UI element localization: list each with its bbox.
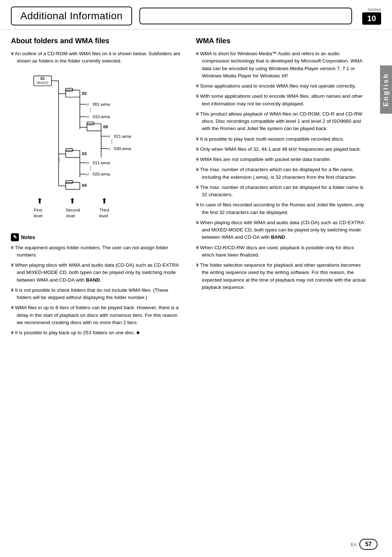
svg-text:04: 04 xyxy=(82,183,87,187)
bullet-4: ¥ This product allows playback of WMA fi… xyxy=(196,110,367,133)
svg-text:Third: Third xyxy=(99,207,109,212)
svg-text:level: level xyxy=(99,213,108,218)
svg-text:⋮: ⋮ xyxy=(88,165,93,171)
svg-text:⬆: ⬆ xyxy=(69,197,75,205)
svg-text:level: level xyxy=(34,213,42,218)
footer-en-label: En xyxy=(351,542,356,547)
svg-text:⬆: ⬆ xyxy=(37,197,43,205)
svg-text:⋮: ⋮ xyxy=(57,157,62,163)
svg-text:021.wma: 021.wma xyxy=(114,133,131,138)
svg-rect-7 xyxy=(66,88,73,91)
right-column: WMA files ¥ WMA is short for Windows Med… xyxy=(196,37,381,339)
svg-rect-44 xyxy=(66,180,73,183)
page-footer: En 57 xyxy=(351,539,377,550)
note-5: ¥ It is possible to play back up to 253 … xyxy=(11,329,181,336)
svg-text:05: 05 xyxy=(103,124,108,129)
section-number: 10 xyxy=(362,12,381,25)
bullet-7: ¥ WMA files are not compatible with pack… xyxy=(196,156,367,163)
bullet-10: ¥ In case of files recorded according to… xyxy=(196,201,367,216)
bullet-2: ¥ Some applications used to encode WMA f… xyxy=(196,82,367,90)
folder-diagram: 01 (ROOT) 02 ♪ 001.wma ⋮ xyxy=(22,72,181,226)
bullet-11: ¥ When playing discs with WMA and audio … xyxy=(196,219,367,241)
section-badge: Section 10 xyxy=(359,7,381,25)
page-title: Additional Information xyxy=(11,7,132,25)
svg-text:Second: Second xyxy=(66,207,80,212)
left-column: About folders and WMA files ¥ An outline… xyxy=(11,37,181,339)
bullet-8: ¥ The max. number of characters which ca… xyxy=(196,166,367,181)
note-3: ¥ It is not possible to check folders th… xyxy=(11,287,181,302)
svg-text:01: 01 xyxy=(40,76,45,81)
svg-text:♪: ♪ xyxy=(108,146,110,151)
svg-text:⋮: ⋮ xyxy=(88,108,93,113)
main-content: About folders and WMA files ¥ An outline… xyxy=(0,33,392,347)
diagram-svg: 01 (ROOT) 02 ♪ 001.wma ⋮ xyxy=(22,72,138,225)
svg-text:♪: ♪ xyxy=(87,171,89,177)
svg-text:020.wma: 020.wma xyxy=(93,171,110,176)
note-2: ¥ When playing discs with WMA and audio … xyxy=(11,262,181,284)
bullet-12: ¥ When CD-R/CD-RW discs are used, playba… xyxy=(196,244,367,259)
svg-text:011.wma: 011.wma xyxy=(93,160,110,165)
notes-icon: ✎ xyxy=(11,233,19,241)
header-middle-box xyxy=(139,8,352,24)
svg-text:First: First xyxy=(34,207,42,212)
svg-text:♪: ♪ xyxy=(87,114,89,119)
left-intro: ¥ An outline of a CD-ROM with WMA files … xyxy=(11,50,181,65)
svg-text:02: 02 xyxy=(82,90,87,95)
svg-text:⬆: ⬆ xyxy=(101,197,107,205)
bullet-9: ¥ The max. number of characters which ca… xyxy=(196,184,367,199)
bullet-1: ¥ WMA is short for Windows Media™ Audio … xyxy=(196,50,367,80)
left-heading: About folders and WMA files xyxy=(11,37,181,45)
notes-section: ✎ Notes ¥ The equipment assigns folder n… xyxy=(11,233,181,337)
notes-header: ✎ Notes xyxy=(11,233,181,241)
language-label: English xyxy=(380,65,392,114)
svg-rect-19 xyxy=(87,122,94,125)
svg-text:030.wma: 030.wma xyxy=(114,146,131,150)
page-header: Additional Information Section 10 xyxy=(0,0,392,29)
footer-page-number: 57 xyxy=(359,539,377,550)
svg-rect-31 xyxy=(66,149,73,152)
svg-text:♪: ♪ xyxy=(87,101,89,106)
svg-text:♪: ♪ xyxy=(87,160,89,165)
svg-text:010.wma: 010.wma xyxy=(93,114,110,119)
svg-text:001.wma: 001.wma xyxy=(93,101,110,106)
bullet-3: ¥ With some applications used to encode … xyxy=(196,93,367,108)
note-1: ¥ The equipment assigns folder numbers. … xyxy=(11,244,181,259)
bullet-6: ¥ Only when WMA files of 32, 44.1 and 48… xyxy=(196,146,367,153)
right-heading: WMA files xyxy=(196,37,367,45)
svg-text:♪: ♪ xyxy=(108,133,110,138)
bullet-13: ¥ The folder selection sequence for play… xyxy=(196,262,367,291)
section-label: Section xyxy=(368,7,381,12)
svg-text:03: 03 xyxy=(82,151,87,156)
svg-text:level: level xyxy=(66,213,75,218)
notes-label: Notes xyxy=(21,234,35,240)
svg-text:(ROOT): (ROOT) xyxy=(37,81,48,85)
bullet-5: ¥ It is possible to play back multi-sess… xyxy=(196,136,367,143)
note-4: ¥ WMA files in up to 8 tiers of folders … xyxy=(11,304,181,326)
svg-text:⋮: ⋮ xyxy=(109,139,114,144)
